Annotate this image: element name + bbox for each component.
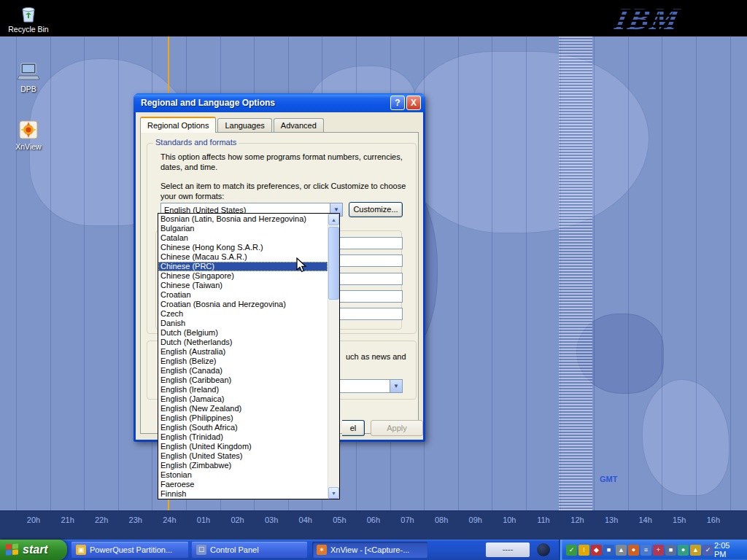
timezone-label: 09h: [465, 516, 486, 524]
task-label: Control Panel: [210, 545, 259, 554]
task-label: XnView - [<Capture-...: [330, 545, 409, 554]
language-option[interactable]: English (United States): [158, 451, 328, 461]
desktop-icon-label: DPB: [2, 85, 55, 93]
language-option[interactable]: Croatian: [158, 290, 328, 300]
task-label: PowerQuest Partition...: [90, 545, 172, 554]
language-option[interactable]: Chinese (Taiwan): [158, 281, 328, 290]
taskbar-toolbar[interactable]: ----: [486, 542, 530, 557]
language-option[interactable]: English (Trinidad): [158, 432, 328, 442]
timezone-label: 16h: [703, 516, 724, 524]
apply-button[interactable]: Apply: [371, 420, 423, 436]
language-option[interactable]: English (Australia): [158, 347, 328, 357]
timezone-label: 02h: [228, 516, 248, 524]
language-option[interactable]: English (South Africa): [158, 423, 328, 432]
start-button[interactable]: start: [0, 540, 67, 560]
cancel-button-fragment[interactable]: el: [342, 420, 365, 436]
windows-flag-icon: [6, 543, 19, 556]
scroll-down-icon[interactable]: ▼: [328, 487, 339, 499]
language-option[interactable]: Faeroese: [158, 480, 328, 489]
language-option[interactable]: Dutch (Netherlands): [158, 338, 328, 347]
tray-icon[interactable]: ●: [678, 545, 689, 556]
language-list: Bosnian (Latin, Bosnia and Herzegovina)B…: [158, 214, 328, 499]
desktop-icon-label: Recycle Bin: [2, 25, 55, 34]
close-button[interactable]: X: [406, 96, 421, 110]
taskbar: start ▣ PowerQuest Partition... ☐ Contro…: [0, 540, 747, 560]
dialog-titlebar[interactable]: Regional and Language Options ? X: [133, 93, 425, 112]
tray-icon[interactable]: ≡: [640, 545, 651, 556]
language-option[interactable]: Dutch (Belgium): [158, 328, 328, 338]
desktop-icon-label: XnView: [2, 142, 55, 151]
language-option[interactable]: English (Canada): [158, 366, 328, 376]
dialog-tab[interactable]: Advanced: [274, 118, 324, 133]
language-dropdown-list: Bosnian (Latin, Bosnia and Herzegovina)B…: [158, 213, 340, 499]
language-option[interactable]: Bulgarian: [158, 224, 328, 233]
taskbar-clock[interactable]: 2:05 PM: [714, 541, 747, 559]
timezone-label: 03h: [261, 516, 282, 524]
xnview-icon: ✶: [317, 545, 327, 555]
tray-icon[interactable]: ✓: [703, 545, 713, 556]
language-option[interactable]: English (United Kingdom): [158, 442, 328, 451]
taskbar-task-control-panel[interactable]: ☐ Control Panel: [192, 542, 307, 558]
screen: 20h21h22h23h24h01h02h03h04h05h06h07h08h0…: [0, 0, 747, 560]
folder-icon: ▣: [76, 545, 86, 555]
tray-icon[interactable]: +: [653, 545, 664, 556]
dialog-tab[interactable]: Regional Options: [140, 117, 216, 133]
language-option[interactable]: Croatian (Bosnia and Herzegovina): [158, 300, 328, 309]
scrollbar-thumb[interactable]: [328, 227, 339, 300]
tray-icon[interactable]: ■: [603, 545, 614, 556]
language-option[interactable]: Bosnian (Latin, Bosnia and Herzegovina): [158, 214, 328, 224]
ibm-logo: IBM: [612, 1, 684, 36]
customize-button[interactable]: Customize...: [349, 202, 403, 217]
timezone-label: 11h: [533, 516, 554, 524]
start-button-label: start: [23, 543, 48, 556]
language-option[interactable]: English (New Zealand): [158, 404, 328, 413]
language-option[interactable]: Finnish: [158, 489, 328, 499]
language-option[interactable]: English (Philippines): [158, 413, 328, 423]
timezone-label: 14h: [635, 516, 656, 524]
gmt-label: GMT: [600, 475, 617, 483]
standards-instruction: Select an item to match its preferences,…: [160, 181, 416, 201]
tray-icon[interactable]: ▲: [690, 545, 701, 556]
quick-launch-icon[interactable]: [537, 543, 550, 556]
help-button[interactable]: ?: [390, 96, 405, 110]
chevron-down-icon[interactable]: ▼: [390, 380, 402, 392]
language-option[interactable]: English (Ireland): [158, 385, 328, 394]
xnview-icon: [18, 119, 39, 141]
tray-icon[interactable]: !: [578, 545, 589, 556]
dialog-tabstrip: Regional OptionsLanguagesAdvanced: [140, 118, 325, 133]
tray-icon[interactable]: ◆: [591, 545, 602, 556]
tray-icons: ✓!◆■▲●≡+■●▲✓: [565, 545, 714, 556]
desktop-icon-recycle-bin[interactable]: Recycle Bin: [2, 3, 55, 34]
tray-icon[interactable]: ■: [665, 545, 676, 556]
mouse-cursor: [295, 257, 310, 273]
language-option[interactable]: English (Caribbean): [158, 376, 328, 385]
language-option[interactable]: English (Belize): [158, 357, 328, 366]
language-option[interactable]: English (Jamaica): [158, 394, 328, 404]
groupbox-title: Standards and formats: [153, 138, 239, 147]
taskbar-task-powerquest[interactable]: ▣ PowerQuest Partition...: [71, 542, 188, 558]
timezone-label: 15h: [669, 516, 689, 524]
desktop-icon-xnview[interactable]: XnView: [2, 119, 55, 151]
standards-description: This option affects how some programs fo…: [160, 152, 412, 172]
taskbar-task-xnview[interactable]: ✶ XnView - [<Capture-...: [312, 542, 427, 558]
language-option[interactable]: Danish: [158, 319, 328, 328]
system-tray: ✓!◆■▲●≡+■●▲✓ 2:05 PM: [559, 540, 747, 560]
desktop-icon-dpb[interactable]: DPB: [2, 61, 55, 93]
timezone-label: 04h: [295, 516, 316, 524]
dialog-tab[interactable]: Languages: [217, 118, 271, 133]
language-option[interactable]: Estonian: [158, 470, 328, 480]
language-option[interactable]: English (Zimbabwe): [158, 461, 328, 470]
timezone-label: 12h: [568, 516, 588, 524]
tray-icon[interactable]: ✓: [566, 545, 577, 556]
language-option[interactable]: Chinese (Hong Kong S.A.R.): [158, 243, 328, 252]
timezone-label: 01h: [193, 516, 214, 524]
language-option[interactable]: Catalan: [158, 233, 328, 243]
timezone-label: 13h: [601, 516, 622, 524]
list-scrollbar[interactable]: ▲ ▼: [328, 214, 339, 499]
scroll-up-icon[interactable]: ▲: [328, 214, 339, 225]
timezone-label: 07h: [398, 516, 418, 524]
timezone-label: 23h: [125, 516, 146, 524]
tray-icon[interactable]: ●: [628, 545, 639, 556]
language-option[interactable]: Czech: [158, 309, 328, 319]
tray-icon[interactable]: ▲: [616, 545, 627, 556]
